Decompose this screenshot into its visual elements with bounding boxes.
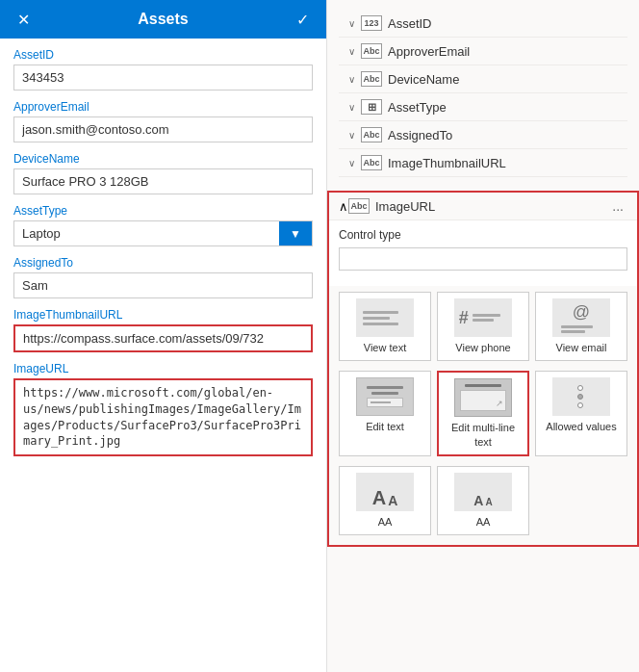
type-badge-assetid: 123 bbox=[361, 15, 382, 31]
chevron-up-icon: ∧ bbox=[339, 199, 348, 214]
field-name-devicename: DeviceName bbox=[388, 72, 459, 87]
field-list: ∨ 123 AssetID ∨ Abc ApproverEmail ∨ Abc … bbox=[327, 0, 639, 187]
imageurl-field-name: ImageURL bbox=[375, 199, 608, 214]
confirm-button[interactable]: ✓ bbox=[291, 9, 315, 31]
field-name-approveremail: ApproverEmail bbox=[388, 44, 470, 59]
view-email-label: View email bbox=[556, 341, 607, 354]
control-aa-small[interactable]: A A AA bbox=[437, 466, 529, 535]
devicename-input[interactable] bbox=[13, 168, 313, 194]
view-text-label: View text bbox=[364, 341, 406, 354]
imagethumbnailurl-label: ImageThumbnailURL bbox=[13, 308, 313, 322]
type-badge-imageurl: Abc bbox=[348, 198, 370, 214]
panel-title: Assets bbox=[36, 11, 291, 28]
assettype-group: AssetType Laptop ▼ bbox=[13, 204, 313, 246]
aa-small-label: AA bbox=[476, 515, 491, 529]
approveremail-input[interactable] bbox=[13, 116, 313, 142]
chevron-icon: ∨ bbox=[348, 74, 355, 85]
type-badge-assettype: ⊞ bbox=[361, 99, 382, 115]
field-name-assignedto: AssignedTo bbox=[388, 128, 452, 142]
control-type-section: Control type bbox=[329, 220, 637, 286]
control-allowed-values[interactable]: Allowed values bbox=[535, 371, 627, 456]
type-badge-imagethumbnailurl: Abc bbox=[361, 155, 382, 170]
view-email-icon-area: @ bbox=[552, 298, 610, 337]
imageurl-textarea[interactable] bbox=[13, 378, 313, 456]
approveremail-group: ApproverEmail bbox=[13, 100, 313, 142]
chevron-icon: ∨ bbox=[348, 18, 355, 29]
imageurl-expanded-section: ∧ Abc ImageURL ... Control type View tex bbox=[327, 191, 639, 547]
edit-text-label: Edit text bbox=[366, 420, 404, 433]
control-grid-row3: A A AA A A AA bbox=[329, 466, 637, 545]
close-button[interactable]: ✕ bbox=[12, 9, 36, 31]
chevron-icon: ∨ bbox=[348, 102, 355, 113]
imageurl-group: ImageURL bbox=[13, 362, 313, 459]
aa-small-icon: A bbox=[473, 494, 483, 507]
control-view-text[interactable]: View text bbox=[339, 292, 431, 361]
allowed-dot-icon bbox=[577, 385, 583, 391]
control-grid: View text # View phone @ bbox=[329, 286, 637, 371]
control-view-phone[interactable]: # View phone bbox=[437, 292, 529, 361]
left-body: AssetID ApproverEmail DeviceName AssetTy… bbox=[0, 39, 326, 672]
assetid-input[interactable] bbox=[13, 65, 313, 90]
at-icon: @ bbox=[573, 302, 590, 323]
control-type-input[interactable] bbox=[339, 247, 627, 271]
type-badge-devicename: Abc bbox=[361, 71, 382, 87]
list-item-devicename[interactable]: ∨ Abc DeviceName bbox=[339, 65, 627, 93]
control-edit-multiline[interactable]: ↗ Edit multi-line text bbox=[437, 371, 529, 456]
right-panel: ∨ 123 AssetID ∨ Abc ApproverEmail ∨ Abc … bbox=[327, 0, 639, 672]
type-badge-approveremail: Abc bbox=[361, 43, 382, 59]
view-phone-icon-area: # bbox=[454, 298, 512, 337]
view-text-icon-area bbox=[356, 298, 414, 337]
left-panel: ✕ Assets ✓ AssetID ApproverEmail DeviceN… bbox=[0, 0, 327, 672]
devicename-group: DeviceName bbox=[13, 152, 313, 194]
hash-icon: # bbox=[459, 308, 469, 328]
aa-small-icon-area: A A bbox=[454, 473, 512, 511]
view-text-icon bbox=[358, 302, 412, 333]
type-badge-assignedto: Abc bbox=[361, 127, 382, 142]
edit-multiline-label: Edit multi-line text bbox=[443, 421, 524, 449]
field-name-imagethumbnailurl: ImageThumbnailURL bbox=[388, 156, 506, 170]
chevron-icon: ∨ bbox=[348, 130, 355, 141]
control-type-label: Control type bbox=[339, 228, 627, 242]
control-aa-large[interactable]: A A AA bbox=[339, 466, 431, 535]
empty-grid-cell bbox=[535, 466, 627, 535]
left-header: ✕ Assets ✓ bbox=[0, 0, 326, 39]
field-name-assetid: AssetID bbox=[388, 16, 432, 31]
devicename-label: DeviceName bbox=[13, 152, 313, 166]
aa-small-sub-icon: A bbox=[388, 494, 397, 507]
control-view-email[interactable]: @ View email bbox=[535, 292, 627, 361]
list-item-approveremail[interactable]: ∨ Abc ApproverEmail bbox=[339, 38, 627, 65]
assetid-label: AssetID bbox=[13, 48, 313, 62]
assettype-select-wrapper: Laptop ▼ bbox=[13, 220, 313, 246]
edit-text-icon-area bbox=[356, 377, 414, 416]
allowed-dot-icon bbox=[577, 402, 583, 408]
list-item-assetid[interactable]: ∨ 123 AssetID bbox=[339, 10, 627, 38]
chevron-icon: ∨ bbox=[348, 158, 355, 168]
assetid-group: AssetID bbox=[13, 48, 313, 90]
list-item-imagethumbnailurl[interactable]: ∨ Abc ImageThumbnailURL bbox=[339, 149, 627, 177]
list-item-assettype[interactable]: ∨ ⊞ AssetType bbox=[339, 93, 627, 121]
allowed-row-3 bbox=[577, 402, 586, 408]
imageurl-expanded-header: ∧ Abc ImageURL ... bbox=[329, 193, 637, 220]
allowed-values-icon-area bbox=[552, 377, 610, 416]
dots-menu-button[interactable]: ... bbox=[608, 198, 627, 214]
allowed-row-1 bbox=[577, 385, 586, 391]
assignedto-group: AssignedTo bbox=[13, 256, 313, 298]
aa-large-icon-area: A A bbox=[356, 473, 414, 511]
imageurl-label: ImageURL bbox=[13, 362, 313, 375]
aa-large-label: AA bbox=[378, 515, 393, 529]
aa-smaller-sub-icon: A bbox=[485, 498, 492, 507]
phone-lines bbox=[473, 314, 507, 322]
edit-multiline-icon-area: ↗ bbox=[454, 378, 512, 417]
allowed-values-label: Allowed values bbox=[546, 420, 616, 433]
assignedto-label: AssignedTo bbox=[13, 256, 313, 270]
assettype-select[interactable]: Laptop bbox=[14, 221, 312, 246]
assignedto-input[interactable] bbox=[13, 272, 313, 298]
control-edit-text[interactable]: Edit text bbox=[339, 371, 431, 456]
imagethumbnailurl-input[interactable] bbox=[13, 324, 313, 352]
imagethumbnailurl-group: ImageThumbnailURL bbox=[13, 308, 313, 352]
field-name-assettype: AssetType bbox=[388, 100, 447, 115]
list-item-assignedto[interactable]: ∨ Abc AssignedTo bbox=[339, 121, 627, 149]
view-phone-label: View phone bbox=[455, 341, 510, 354]
approveremail-label: ApproverEmail bbox=[13, 100, 313, 114]
control-grid-row2: Edit text ↗ Edit multi-line text bbox=[329, 371, 637, 466]
